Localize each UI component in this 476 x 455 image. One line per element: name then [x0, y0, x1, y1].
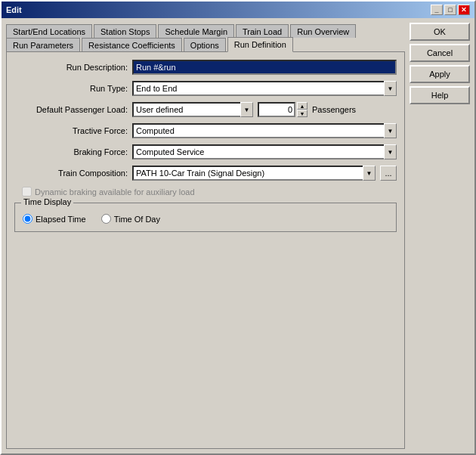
tab-content: Run Description: Run Type: End to End ▼ — [6, 51, 405, 449]
time-of-day-label: Time Of Day — [114, 215, 160, 224]
run-type-select[interactable]: End to End — [132, 81, 397, 96]
ok-button[interactable]: OK — [410, 23, 470, 41]
run-description-row: Run Description: — [14, 60, 397, 75]
tractive-force-select-wrapper: Computed ▼ — [132, 123, 397, 138]
tab-row-2: Run Parameters Resistance Coefficients O… — [6, 36, 405, 51]
braking-force-row: Braking Force: Computed Service ▼ — [14, 144, 397, 159]
tab-train-load[interactable]: Train Load — [236, 24, 289, 38]
passenger-load-row: Default Passenger Load: User defined ▼ ▲… — [14, 102, 397, 117]
train-composition-select-wrapper: PATH 10-Car Train (Signal Design) ▼ — [132, 166, 376, 181]
train-composition-select[interactable]: PATH 10-Car Train (Signal Design) — [132, 166, 376, 181]
elapsed-time-item: Elapsed Time — [23, 214, 86, 224]
time-of-day-item: Time Of Day — [101, 214, 160, 224]
passenger-load-select[interactable]: User defined — [132, 102, 253, 117]
spinbox-up-button[interactable]: ▲ — [297, 102, 308, 110]
passenger-load-select-wrapper: User defined ▼ — [132, 102, 253, 117]
passenger-load-label: Default Passenger Load: — [14, 105, 128, 114]
tab-start-end[interactable]: Start/End Locations — [6, 24, 92, 38]
tractive-force-select[interactable]: Computed — [132, 123, 397, 138]
maximize-button[interactable]: □ — [444, 5, 456, 15]
sidebar: OK Cancel Apply Help — [410, 23, 470, 449]
close-button[interactable]: ✕ — [458, 5, 470, 15]
braking-force-label: Braking Force: — [14, 147, 128, 156]
run-type-row: Run Type: End to End ▼ — [14, 81, 397, 96]
elapsed-time-label: Elapsed Time — [36, 215, 86, 224]
passengers-count-input[interactable] — [258, 102, 295, 117]
window-title: Edit — [6, 5, 22, 14]
tab-row-1: Start/End Locations Station Stops Schedu… — [6, 23, 405, 36]
run-type-select-wrapper: End to End ▼ — [132, 81, 397, 96]
main-area: Start/End Locations Station Stops Schedu… — [6, 23, 405, 449]
time-display-radio-row: Elapsed Time Time Of Day — [23, 214, 388, 224]
browse-button[interactable]: ... — [380, 166, 397, 181]
time-display-group: Time Display Elapsed Time Time Of Day — [14, 203, 397, 232]
dynamic-braking-label: Dynamic braking available for auxiliary … — [35, 187, 195, 197]
train-composition-row: Train Composition: PATH 10-Car Train (Si… — [14, 166, 397, 181]
tab-run-params[interactable]: Run Parameters — [6, 38, 80, 51]
spinbox-buttons: ▲ ▼ — [297, 102, 308, 117]
tab-run-definition[interactable]: Run Definition — [227, 37, 293, 52]
minimize-button[interactable]: _ — [431, 5, 443, 15]
tab-schedule-margin[interactable]: Schedule Margin — [158, 24, 234, 38]
title-bar-buttons: _ □ ✕ — [431, 5, 470, 15]
dynamic-braking-checkbox[interactable] — [22, 187, 32, 197]
time-display-group-title: Time Display — [21, 197, 73, 206]
run-description-input[interactable] — [132, 60, 397, 75]
tab-resistance-coefficients[interactable]: Resistance Coefficients — [82, 38, 182, 51]
dynamic-braking-row: Dynamic braking available for auxiliary … — [22, 187, 397, 197]
run-description-label: Run Description: — [14, 63, 128, 72]
tab-run-overview[interactable]: Run Overview — [290, 24, 356, 38]
tab-options[interactable]: Options — [184, 38, 226, 51]
tractive-force-label: Tractive Force: — [14, 126, 128, 135]
tractive-force-row: Tractive Force: Computed ▼ — [14, 123, 397, 138]
braking-force-select-wrapper: Computed Service ▼ — [132, 144, 397, 159]
apply-button[interactable]: Apply — [410, 65, 470, 83]
edit-window: Edit _ □ ✕ Start/End Locations Station S… — [0, 0, 476, 455]
passengers-label: Passengers — [312, 105, 356, 114]
run-type-label: Run Type: — [14, 84, 128, 93]
passengers-spinbox: ▲ ▼ — [258, 102, 308, 117]
cancel-button[interactable]: Cancel — [410, 44, 470, 62]
train-composition-label: Train Composition: — [14, 169, 128, 178]
help-button[interactable]: Help — [410, 86, 470, 104]
tab-station-stops[interactable]: Station Stops — [94, 24, 156, 38]
time-of-day-radio[interactable] — [101, 214, 111, 224]
braking-force-select[interactable]: Computed Service — [132, 144, 397, 159]
elapsed-time-radio[interactable] — [23, 214, 32, 224]
window-body: Start/End Locations Station Stops Schedu… — [2, 18, 474, 453]
spinbox-down-button[interactable]: ▼ — [297, 110, 308, 117]
title-bar: Edit _ □ ✕ — [2, 2, 474, 18]
